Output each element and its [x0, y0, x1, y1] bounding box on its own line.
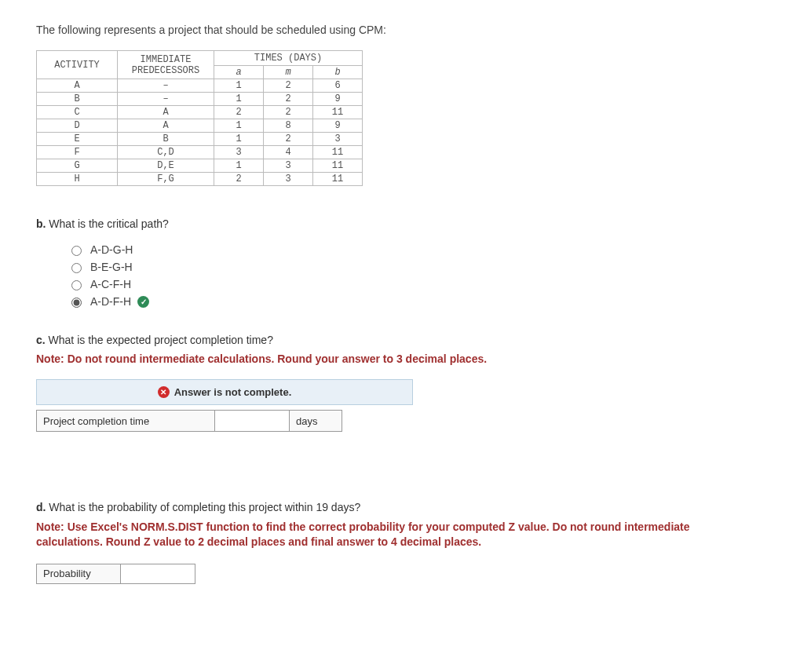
table-row: EB123 [37, 133, 363, 146]
q-c-prefix: c. [36, 334, 46, 346]
th-a: a [214, 66, 264, 79]
cell-m: 3 [264, 159, 313, 173]
cell-b: 11 [313, 173, 363, 186]
cell-pred: A [118, 106, 214, 119]
cell-pred: A [118, 119, 214, 133]
cell-m: 8 [264, 119, 313, 133]
correct-icon: ✓ [137, 296, 149, 308]
option-label: B-E-G-H [90, 261, 133, 273]
cell-m: 3 [264, 173, 313, 186]
cell-b: 6 [313, 79, 363, 93]
cell-a: 2 [214, 106, 264, 119]
cell-activity: C [37, 106, 118, 119]
cell-a: 1 [214, 79, 264, 93]
q-c-text: What is the expected project completion … [46, 334, 273, 346]
incorrect-icon: ✕ [158, 386, 170, 398]
option-2: A-C-F-H [68, 276, 753, 293]
cell-a: 2 [214, 173, 264, 186]
feedback-text-c: Answer is not complete. [174, 386, 292, 398]
cell-a: 3 [214, 146, 264, 159]
th-predecessors: IMMEDIATE PREDECESSORS [118, 51, 214, 79]
cell-pred: B [118, 133, 214, 146]
radio-option-3[interactable] [71, 298, 82, 308]
cell-a: 1 [214, 119, 264, 133]
option-0: A-D-G-H [68, 241, 753, 258]
table-row: B–129 [37, 93, 363, 106]
cell-a: 1 [214, 93, 264, 106]
option-3: A-D-F-H✓ [68, 293, 753, 310]
table-row: CA2211 [37, 106, 363, 119]
table-row: FC,D3411 [37, 146, 363, 159]
cell-activity: E [37, 133, 118, 146]
question-d-label: d. What is the probability of completing… [36, 501, 753, 513]
cell-m: 2 [264, 93, 313, 106]
cell-m: 2 [264, 133, 313, 146]
cell-a: 1 [214, 159, 264, 173]
cell-activity: B [37, 93, 118, 106]
cell-pred: C,D [118, 146, 214, 159]
radio-option-1[interactable] [71, 263, 82, 273]
th-times: TIMES (DAYS) [214, 51, 363, 66]
q-b-text: What is the critical path? [46, 217, 168, 230]
cpm-data-table: ACTIVITY IMMEDIATE PREDECESSORS TIMES (D… [36, 50, 363, 186]
table-row: GD,E1311 [37, 159, 363, 173]
q-d-text: What is the probability of completing th… [46, 501, 360, 513]
q-d-prefix: d. [36, 501, 46, 513]
cell-activity: H [37, 173, 118, 186]
feedback-bar-c: ✕ Answer is not complete. [36, 379, 413, 405]
cell-activity: G [37, 159, 118, 173]
table-row: HF,G2311 [37, 173, 363, 186]
cell-m: 2 [264, 79, 313, 93]
c-unit: days [290, 411, 342, 432]
option-label: A-D-G-H [90, 243, 133, 256]
cell-b: 3 [313, 133, 363, 146]
cell-m: 4 [264, 146, 313, 159]
probability-input[interactable] [127, 567, 187, 581]
cell-pred: – [118, 93, 214, 106]
question-b-label: b. What is the critical path? [36, 217, 753, 230]
th-b: b [313, 66, 363, 79]
table-row: DA189 [37, 119, 363, 133]
cell-pred: D,E [118, 159, 214, 173]
question-c-label: c. What is the expected project completi… [36, 334, 753, 346]
radio-option-2[interactable] [71, 280, 82, 290]
cell-activity: D [37, 119, 118, 133]
cell-pred: – [118, 79, 214, 93]
cell-b: 11 [313, 106, 363, 119]
option-1: B-E-G-H [68, 258, 753, 276]
cell-pred: F,G [118, 173, 214, 186]
cell-m: 2 [264, 106, 313, 119]
intro-text: The following represents a project that … [36, 24, 753, 36]
th-activity: ACTIVITY [37, 51, 118, 79]
th-m: m [264, 66, 313, 79]
cell-b: 11 [313, 146, 363, 159]
answer-table-d: Probability [36, 564, 195, 584]
cell-b: 9 [313, 93, 363, 106]
cell-b: 9 [313, 119, 363, 133]
cell-a: 1 [214, 133, 264, 146]
note-c: Note: Do not round intermediate calculat… [36, 352, 753, 365]
cell-activity: F [37, 146, 118, 159]
cell-b: 11 [313, 159, 363, 173]
radio-option-0[interactable] [71, 246, 82, 256]
answer-table-c: Project completion time days [36, 410, 342, 432]
q-b-prefix: b. [36, 217, 46, 230]
note-d: Note: Use Excel's NORM.S.DIST function t… [36, 520, 753, 550]
project-completion-time-input[interactable] [221, 414, 281, 428]
table-row: A–126 [37, 79, 363, 93]
d-row-label: Probability [37, 564, 121, 583]
option-label: A-D-F-H [90, 295, 131, 308]
option-label: A-C-F-H [90, 278, 131, 290]
c-row-label: Project completion time [37, 411, 215, 432]
options-group-b: A-D-G-HB-E-G-HA-C-F-HA-D-F-H✓ [68, 241, 753, 310]
cell-activity: A [37, 79, 118, 93]
